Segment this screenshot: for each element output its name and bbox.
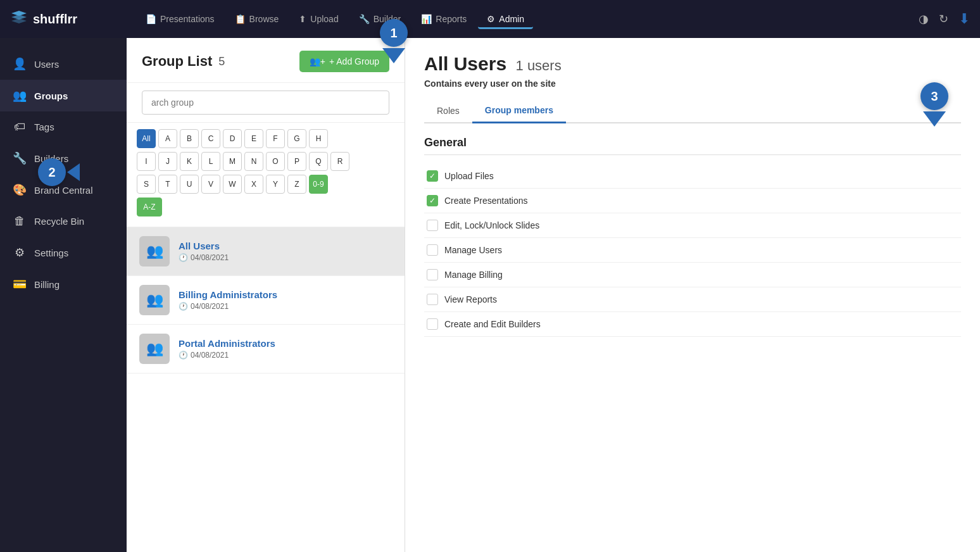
sidebar-item-tags[interactable]: 🏷 Tags bbox=[0, 111, 127, 142]
checkbox-upload-files[interactable]: ✓ bbox=[427, 170, 438, 182]
billing-icon: 💳 bbox=[13, 277, 27, 291]
sidebar-item-groups[interactable]: 👥 Groups bbox=[0, 80, 127, 111]
checkbox-edit-slides[interactable] bbox=[427, 220, 438, 231]
role-item-view-reports: View Reports bbox=[424, 287, 961, 312]
refresh-icon[interactable]: ↻ bbox=[939, 12, 948, 26]
checkbox-manage-users[interactable] bbox=[427, 244, 438, 256]
role-item-create-presentations: ✓ Create Presentations bbox=[424, 189, 961, 213]
alpha-y[interactable]: Y bbox=[266, 175, 285, 194]
search-area bbox=[127, 83, 405, 123]
group-list-section: Group List 5 👥+ + Add Group All bbox=[127, 38, 405, 552]
alpha-r[interactable]: R bbox=[330, 152, 349, 171]
alpha-m[interactable]: M bbox=[223, 152, 242, 171]
group-count: 5 bbox=[218, 55, 225, 68]
sidebar-item-builders[interactable]: 🔧 Builders bbox=[0, 142, 127, 174]
alpha-j[interactable]: J bbox=[158, 152, 177, 171]
nav-upload[interactable]: ⬆ Upload bbox=[290, 9, 347, 29]
role-item-create-builders: Create and Edit Builders bbox=[424, 312, 961, 337]
alpha-row-3: S T U V W X Y Z 0-9 bbox=[137, 175, 394, 194]
clock-icon: 🕐 bbox=[179, 253, 188, 262]
checkbox-create-builders[interactable] bbox=[427, 318, 438, 330]
upload-icon: ⬆ bbox=[299, 14, 306, 24]
nav-presentations[interactable]: 📄 Presentations bbox=[137, 9, 223, 29]
alpha-w[interactable]: W bbox=[223, 175, 242, 194]
checkbox-manage-billing[interactable] bbox=[427, 269, 438, 280]
nav-reports[interactable]: 📊 Reports bbox=[412, 9, 475, 29]
role-label-manage-users: Manage Users bbox=[444, 245, 502, 255]
alpha-n[interactable]: N bbox=[244, 152, 263, 171]
download-arrow-icon[interactable]: ⬇ bbox=[958, 11, 970, 27]
nav-builder[interactable]: 🔧 Builder bbox=[350, 9, 410, 29]
alpha-e[interactable]: E bbox=[244, 129, 263, 148]
alpha-all[interactable]: All bbox=[137, 129, 156, 148]
alpha-q[interactable]: Q bbox=[309, 152, 328, 171]
group-created-billing-admins: 🕐 04/08/2021 bbox=[179, 302, 277, 311]
group-list: 👥 All Users 🕐 04/08/2021 👥 bbox=[127, 227, 405, 552]
checkbox-create-presentations[interactable]: ✓ bbox=[427, 195, 438, 206]
logo-area: shufflrr bbox=[10, 9, 137, 28]
alpha-a[interactable]: A bbox=[158, 129, 177, 148]
page-wrapper: shufflrr 📄 Presentations 📋 Browse ⬆ Uplo… bbox=[0, 0, 980, 552]
alpha-o[interactable]: O bbox=[266, 152, 285, 171]
presentations-icon: 📄 bbox=[146, 14, 156, 24]
alpha-b[interactable]: B bbox=[180, 129, 199, 148]
alpha-row-az: A-Z bbox=[137, 198, 394, 216]
alpha-d[interactable]: D bbox=[223, 129, 242, 148]
nav-admin[interactable]: ⚙ Admin bbox=[478, 9, 533, 29]
nav-items: 📄 Presentations 📋 Browse ⬆ Upload 🔧 Buil… bbox=[137, 9, 919, 29]
group-item-billing-admins[interactable]: 👥 Billing Administrators 🕐 04/08/2021 bbox=[127, 276, 405, 325]
group-info-portal-admins: Portal Administrators 🕐 04/08/2021 bbox=[179, 338, 275, 360]
roles-section-title: General bbox=[424, 136, 961, 155]
sidebar-item-users[interactable]: 👤 Users bbox=[0, 48, 127, 80]
alpha-u[interactable]: U bbox=[180, 175, 199, 194]
add-group-button[interactable]: 👥+ + Add Group bbox=[299, 51, 389, 72]
tab-group-members[interactable]: Group members bbox=[472, 99, 566, 123]
group-avatar-all-users: 👥 bbox=[139, 236, 170, 267]
alpha-f[interactable]: F bbox=[266, 129, 285, 148]
alpha-az-button[interactable]: A-Z bbox=[137, 198, 162, 216]
sidebar-item-settings[interactable]: ⚙ Settings bbox=[0, 237, 127, 268]
alpha-s[interactable]: S bbox=[137, 175, 156, 194]
alpha-x[interactable]: X bbox=[244, 175, 263, 194]
role-item-upload-files: ✓ Upload Files bbox=[424, 164, 961, 189]
alpha-g[interactable]: G bbox=[287, 129, 306, 148]
nav-browse[interactable]: 📋 Browse bbox=[226, 9, 288, 29]
group-avatar-portal-admins: 👥 bbox=[139, 334, 170, 364]
group-name-all-users: All Users bbox=[179, 241, 229, 251]
group-name-portal-admins: Portal Administrators bbox=[179, 338, 275, 349]
role-label-create-presentations: Create Presentations bbox=[444, 196, 528, 206]
alpha-c[interactable]: C bbox=[201, 129, 220, 148]
builder-icon: 🔧 bbox=[359, 14, 370, 24]
group-item-portal-admins[interactable]: 👥 Portal Administrators 🕐 04/08/2021 bbox=[127, 325, 405, 373]
group-created-all-users: 🕐 04/08/2021 bbox=[179, 253, 229, 262]
nav-right: ◑ ↻ ⬇ bbox=[919, 11, 970, 27]
checkbox-view-reports[interactable] bbox=[427, 294, 438, 305]
group-item-all-users[interactable]: 👥 All Users 🕐 04/08/2021 bbox=[127, 227, 405, 276]
app-logo-text: shufflrr bbox=[33, 12, 77, 27]
alpha-l[interactable]: L bbox=[201, 152, 220, 171]
alpha-h[interactable]: H bbox=[309, 129, 328, 148]
alpha-v[interactable]: V bbox=[201, 175, 220, 194]
group-name-billing-admins: Billing Administrators bbox=[179, 289, 277, 300]
tab-roles[interactable]: Roles bbox=[424, 99, 472, 122]
sidebar-item-recycle-bin[interactable]: 🗑 Recycle Bin bbox=[0, 206, 127, 237]
alpha-0-9[interactable]: 0-9 bbox=[309, 175, 328, 194]
alpha-k[interactable]: K bbox=[180, 152, 199, 171]
alpha-row-1: All A B C D E F G H bbox=[137, 129, 394, 148]
alpha-t[interactable]: T bbox=[158, 175, 177, 194]
alpha-z[interactable]: Z bbox=[287, 175, 306, 194]
alpha-filter: All A B C D E F G H I J bbox=[127, 123, 405, 227]
alpha-i[interactable]: I bbox=[137, 152, 156, 171]
content-area: Group List 5 👥+ + Add Group All bbox=[127, 38, 980, 552]
contrast-icon[interactable]: ◑ bbox=[919, 12, 929, 26]
detail-user-count: 1 users bbox=[516, 58, 562, 73]
alpha-p[interactable]: P bbox=[287, 152, 306, 171]
tabs-bar: Roles Group members bbox=[424, 99, 961, 123]
search-group-input[interactable] bbox=[142, 91, 389, 115]
role-label-view-reports: View Reports bbox=[444, 294, 497, 304]
role-label-manage-billing: Manage Billing bbox=[444, 270, 503, 280]
sidebar-item-billing[interactable]: 💳 Billing bbox=[0, 268, 127, 300]
detail-subtitle: Contains every user on the site bbox=[424, 78, 961, 89]
sidebar-item-brand-central[interactable]: 🎨 Brand Central bbox=[0, 174, 127, 206]
group-info-billing-admins: Billing Administrators 🕐 04/08/2021 bbox=[179, 289, 277, 311]
